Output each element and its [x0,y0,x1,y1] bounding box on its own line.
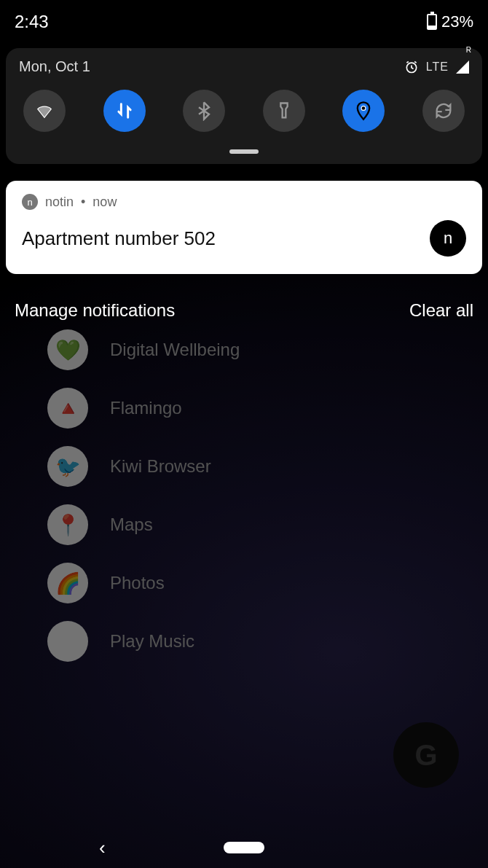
bluetooth-icon [194,101,214,121]
location-icon [353,101,374,121]
mobile-data-toggle[interactable] [103,90,146,132]
notification-app-name: notin [45,195,74,210]
clear-all-button[interactable]: Clear all [409,300,473,321]
battery-icon [427,14,437,30]
alarm-icon [404,60,419,74]
wifi-icon [34,101,55,121]
status-bar: 2:43 23% [0,0,488,44]
signal-icon [456,60,469,74]
notification-card[interactable]: n notin • now Apartment number 502 n [6,181,482,274]
battery-status: 23% [427,12,473,31]
battery-percent: 23% [441,12,473,31]
notification-header: n notin • now [22,194,466,210]
manage-notifications-button[interactable]: Manage notifications [15,300,175,321]
navigation-bar: ‹ [0,827,488,868]
notification-time: now [93,195,117,210]
quick-settings-panel[interactable]: Mon, Oct 1 LTE [6,48,482,164]
back-button[interactable]: ‹ [99,837,106,859]
data-icon [114,101,135,121]
notification-dot: • [81,195,85,210]
home-pill[interactable] [224,842,264,853]
notification-large-icon: n [430,220,466,257]
shade-expand-handle[interactable] [229,149,259,154]
clock: 2:43 [15,12,49,32]
shade-date: Mon, Oct 1 [19,58,90,75]
auto-rotate-toggle[interactable] [422,90,465,132]
flashlight-toggle[interactable] [263,90,305,132]
notification-app-icon: n [22,194,38,210]
notification-actions: Manage notifications Clear all [15,300,473,321]
svg-point-1 [361,106,366,111]
wifi-toggle[interactable] [23,90,66,132]
flashlight-icon [274,101,294,121]
location-toggle[interactable] [342,90,385,132]
network-label: LTE [426,60,449,74]
notification-title: Apartment number 502 [22,227,430,250]
bluetooth-toggle[interactable] [183,90,225,132]
rotate-icon [433,101,454,121]
